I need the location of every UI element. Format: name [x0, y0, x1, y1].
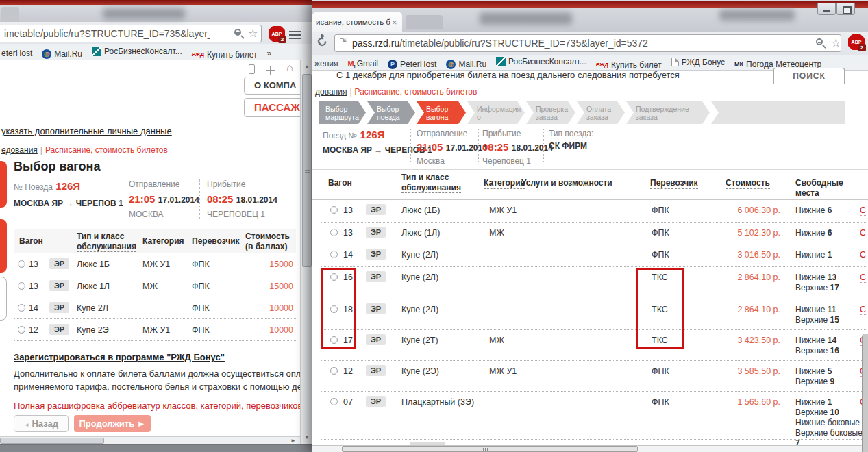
background-tab[interactable]	[1, 7, 19, 22]
col-carrier[interactable]: Перевозчик	[192, 236, 240, 247]
active-tab[interactable]: исание, стоимость б ×	[312, 12, 402, 32]
seat-count: 1	[828, 397, 832, 407]
scheme-link[interactable]: С	[860, 273, 866, 283]
seat-count: 6	[828, 228, 832, 238]
er-badge: ЭР	[366, 334, 386, 345]
col-type[interactable]: Тип и классобслуживания	[401, 173, 461, 193]
zoom-out-icon[interactable]	[816, 38, 823, 45]
wagon-number: 12	[343, 366, 353, 376]
breadcrumb-back-link[interactable]: едования	[1, 145, 38, 155]
url-text[interactable]: pass.rzd.ru/timetable/public/ru?STRUCTUR…	[352, 35, 797, 51]
col-category[interactable]: Категория	[142, 236, 184, 247]
url-text[interactable]: imetable/public/ru?STRUCTURE_ID=735&laye…	[4, 25, 210, 42]
back-button[interactable]: ◄ Назад	[14, 415, 69, 432]
bookmark-label: eterHost	[1, 49, 32, 58]
departure-label: Отправление	[129, 179, 179, 189]
seat-count: 5	[828, 366, 832, 376]
bookmark-star-icon[interactable]: ☆	[831, 38, 841, 49]
bookmark-item[interactable]: жения	[314, 59, 338, 68]
scroll-right-icon[interactable]: ►	[290, 438, 296, 444]
col-category[interactable]: Категория	[484, 178, 525, 189]
scrollbar-thumb[interactable]	[342, 446, 638, 452]
scroll-down-icon[interactable]: ▼	[304, 434, 310, 440]
step-заказа: Проверказаказа	[526, 101, 575, 124]
personal-data-link[interactable]: указать дополнительные личные данные	[1, 126, 172, 136]
wagon-type: Купе 2Э	[77, 325, 109, 335]
wagon-radio[interactable]	[18, 326, 25, 334]
bookmarks-overflow-icon[interactable]: »	[267, 49, 272, 58]
scroll-up-icon[interactable]: ▲	[304, 64, 310, 70]
step-маршрута[interactable]: Выбормаршрута	[319, 101, 366, 124]
departure-city: МОСКВА	[129, 210, 164, 219]
bookmark-item[interactable]: M1Gmail	[348, 59, 379, 68]
zoom-out-icon[interactable]	[234, 29, 241, 36]
bookmark-item[interactable]: PPeterHost	[388, 60, 436, 69]
table-row: 13ЭРЛюкс 1БМЖ У1ФПК15000	[14, 253, 296, 275]
restore-button[interactable]	[836, 3, 855, 15]
bonus-note-line: применяемого тарифа, постельного белья и…	[14, 381, 312, 392]
mobile-version-icon[interactable]	[249, 64, 255, 74]
col-wagon[interactable]: Вагон	[19, 236, 43, 247]
scheme-link[interactable]: С	[860, 228, 866, 238]
bookmark-item[interactable]: @Mail.Ru	[42, 49, 82, 59]
menu-icon[interactable]	[289, 29, 301, 41]
new-tab-button[interactable]	[406, 15, 443, 29]
wagon-radio[interactable]	[330, 251, 338, 258]
bookmark-item[interactable]: РЖДКупить билет	[596, 60, 662, 70]
divider	[312, 169, 868, 170]
scheme-link[interactable]: С	[860, 250, 866, 260]
bookmark-item[interactable]: eterHost	[1, 49, 32, 58]
wagon-category: МЖ	[489, 228, 504, 238]
side-tab[interactable]	[0, 277, 7, 321]
col-cost[interactable]: Стоимость(в баллах)	[245, 231, 290, 252]
bookmark-item[interactable]: РосБизнесКонсалт...	[92, 47, 182, 56]
col-carrier[interactable]: Перевозчик	[650, 178, 698, 189]
home-icon[interactable]: ⌂	[286, 62, 293, 74]
seat-count: 10	[830, 407, 839, 417]
seat-count: 13	[828, 273, 836, 282]
col-cost[interactable]: Стоимость	[726, 178, 770, 189]
bookmark-item[interactable]: РЖДКупить билет	[192, 50, 258, 60]
bookmark-item[interactable]: РосБизнесКонсалт...	[496, 57, 586, 66]
scrollbar-thumb[interactable]	[0, 438, 104, 444]
search-tab[interactable]: ПОИСК	[773, 68, 845, 84]
bookmark-star-icon[interactable]: ☆	[248, 28, 258, 39]
horizontal-scrollbar[interactable]: ►	[0, 436, 300, 444]
side-tab[interactable]	[0, 161, 7, 208]
tab-strip	[0, 5, 313, 22]
wagon-radio[interactable]	[330, 206, 338, 214]
wagon-radio[interactable]	[18, 260, 25, 268]
scheme-link[interactable]: С	[860, 205, 866, 216]
wagon-radio[interactable]	[18, 282, 25, 290]
abbreviations-link[interactable]: Полная расшифровка аббревиатур классов, …	[14, 401, 301, 411]
wagon-radio[interactable]	[330, 229, 338, 236]
step-вагона[interactable]: Выборвагона	[417, 101, 466, 124]
vertical-scrollbar[interactable]	[862, 334, 868, 452]
minimize-button[interactable]	[817, 3, 836, 15]
col-wagon[interactable]: Вагон	[328, 178, 352, 188]
notice-link[interactable]: С 1 декабря для приобретения билета на п…	[336, 70, 680, 80]
scrollbar-thumb[interactable]	[302, 74, 312, 267]
move-icon[interactable]	[266, 66, 275, 75]
seat-line: Верхние 10	[795, 407, 868, 418]
bookmark-item[interactable]: @Mail.Ru	[446, 60, 486, 69]
free-seats: Нижние 6	[795, 205, 832, 216]
wagon-radio[interactable]	[330, 398, 338, 405]
seat-line: Нижние 6	[795, 205, 832, 216]
table-row: 12ЭРКупе (2Э)МЖ У1ФПК3 585.50 р.Нижние 5…	[321, 361, 868, 392]
bookmark-item[interactable]: РЖД Бонус	[671, 58, 725, 67]
step-поезда[interactable]: Выборпоезда	[367, 101, 415, 124]
col-type[interactable]: Тип и классобслуживания	[77, 231, 136, 252]
divider	[845, 84, 868, 84]
bonus-register-link[interactable]: Зарегистрироваться в программе "РЖД Бону…	[14, 352, 225, 362]
scheme-link[interactable]: С	[860, 305, 866, 315]
wagon-radio[interactable]	[330, 367, 338, 375]
departure-city: Москва	[417, 156, 445, 166]
horizontal-scrollbar[interactable]	[312, 445, 868, 452]
continue-button[interactable]: Продолжить ►	[74, 415, 151, 432]
seat-line: Нижние 11	[795, 305, 839, 315]
tab-close-icon[interactable]: ×	[392, 17, 397, 27]
side-tab[interactable]	[0, 219, 7, 273]
wagon-radio[interactable]	[18, 304, 25, 312]
breadcrumb-back-link[interactable]: дования	[315, 87, 347, 97]
